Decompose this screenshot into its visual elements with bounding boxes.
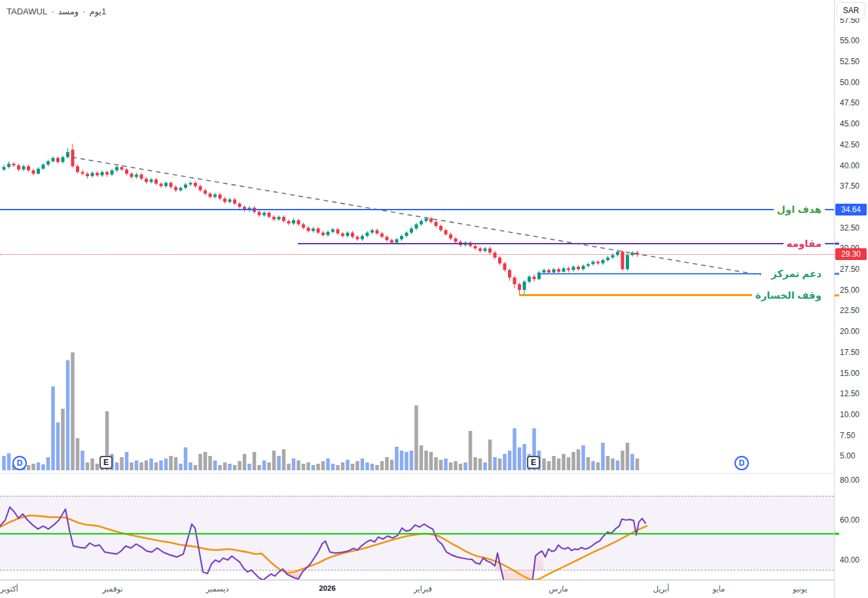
drawing-line-support[interactable] [539, 273, 761, 274]
candle-body [376, 230, 379, 233]
volume-bar [508, 451, 512, 470]
price-axis-label: 47.50 [840, 98, 859, 107]
candle-body [52, 158, 55, 161]
price-axis-label: 17.50 [840, 348, 859, 357]
rsi-lower-band-line [0, 570, 834, 570]
candle-body [71, 149, 75, 166]
time-axis-label: مايو [713, 584, 725, 593]
price-axis-label: 15.00 [840, 369, 859, 378]
candle-body [533, 276, 536, 279]
volume-bar [169, 456, 173, 470]
earnings-marker[interactable]: E [527, 456, 540, 469]
volume-bar [518, 447, 522, 470]
candle-body [415, 225, 418, 229]
chart-canvas[interactable]: هدف اولمقاومهدعم تمركزوقف الخسارة DEED T… [0, 0, 834, 598]
volume-bar [375, 465, 379, 470]
volume-bar [606, 456, 610, 470]
volume-bar [503, 454, 507, 470]
currency-button[interactable]: SAR [837, 2, 865, 18]
price-axis-label: 27.50 [840, 265, 859, 274]
price-axis-label: 52.50 [840, 57, 859, 66]
drawing-label-resistance[interactable]: مقاومه [784, 238, 825, 250]
dividend-marker[interactable]: D [12, 456, 27, 470]
drawing-line-resistance[interactable] [298, 243, 834, 244]
volume-bar [621, 451, 624, 470]
volume-bar [223, 462, 227, 470]
symbol-legend[interactable]: TADAWUL · ومسد · 1يوم [7, 7, 106, 16]
candle-body [449, 234, 452, 238]
candle-body [405, 233, 408, 236]
candle-body [76, 166, 79, 172]
candle-body [327, 232, 330, 235]
volume-bar [272, 451, 276, 470]
rsi-axis-label: 60.00 [840, 515, 859, 525]
volume-bar [125, 452, 129, 470]
candle-body [341, 233, 344, 236]
volume-bar [37, 462, 41, 470]
candle-body [543, 270, 546, 272]
earnings-marker[interactable]: E [99, 456, 113, 469]
volume-bar [591, 461, 595, 470]
candle-body [380, 233, 384, 236]
volume-bar [287, 464, 291, 470]
exchange-name[interactable]: TADAWUL [7, 7, 47, 16]
candle-body [204, 191, 207, 194]
volume-bar [218, 465, 222, 470]
axis-tick [835, 294, 839, 296]
candlestick-volume-layer [0, 0, 834, 473]
axis-tick [835, 272, 839, 274]
volume-bar [493, 457, 497, 470]
candle-body [292, 220, 295, 223]
drawing-line-stoploss[interactable] [519, 294, 761, 296]
volume-bar [400, 451, 404, 470]
candle-body [626, 255, 629, 269]
volume-bar [257, 465, 261, 470]
volume-bar [120, 457, 124, 470]
volume-bar [346, 460, 350, 470]
axis-tick [835, 243, 839, 245]
dividend-marker[interactable]: D [734, 456, 749, 470]
drawing-label-stoploss[interactable]: وقف الخسارة [752, 290, 825, 301]
axis-tick [835, 533, 839, 535]
volume-bar [139, 462, 143, 470]
volume-bar [228, 464, 232, 470]
candle-body [331, 229, 335, 232]
volume-bar [31, 464, 35, 470]
candle-body [454, 238, 458, 242]
pane-separator[interactable] [0, 473, 834, 474]
volume-bar [76, 438, 80, 470]
volume-bar [321, 461, 325, 470]
candle-body [312, 229, 315, 231]
price-axis-label: 12.50 [840, 389, 859, 398]
candle-body [336, 229, 340, 233]
volume-bar [395, 447, 399, 470]
drawing-label-support[interactable]: دعم تمركز [768, 268, 825, 280]
volume-bar [306, 462, 310, 470]
time-axis-label: مارس [549, 584, 568, 593]
price-scale[interactable]: SAR 57.5055.0052.5050.0047.5045.0042.504… [834, 0, 868, 598]
drawing-line-target[interactable] [0, 209, 834, 210]
volume-bar [316, 464, 320, 470]
volume-bar [429, 452, 433, 470]
volume-bar [238, 461, 242, 470]
time-scale[interactable]: أكتوبرنوفمبرديسمبر2026فبرايرمارسأبريلماي… [0, 580, 834, 598]
price-axis-label: 37.50 [840, 181, 859, 191]
candle-body [111, 170, 114, 174]
candle-body [361, 236, 364, 239]
price-axis-label: 10.00 [840, 410, 859, 419]
volume-bar [326, 458, 330, 470]
drawing-label-target[interactable]: هدف اول [774, 204, 825, 215]
volume-series [2, 352, 639, 470]
candle-body [302, 225, 305, 228]
timeframe-label[interactable]: 1يوم [89, 7, 106, 16]
volume-bar [198, 454, 202, 470]
volume-bar [208, 456, 212, 470]
candle-body [572, 267, 575, 270]
candle-body [189, 183, 192, 185]
volume-bar [96, 464, 99, 470]
volume-bar [611, 458, 615, 470]
candle-body [523, 282, 526, 290]
symbol-name[interactable]: ومسد [58, 7, 79, 16]
volume-bar [513, 428, 516, 470]
volume-bar [454, 461, 458, 470]
